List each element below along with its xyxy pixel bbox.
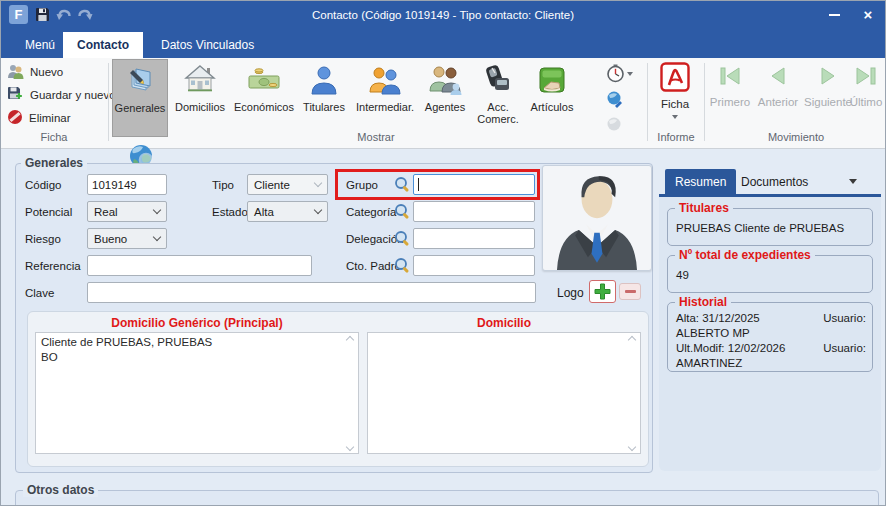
expedientes-title: Nº total de expedientes [675, 248, 815, 262]
new-contact-icon [7, 64, 24, 81]
otros-datos-label: Otros datos [23, 483, 98, 497]
logo-add-button[interactable] [589, 280, 616, 303]
mostrar-intermediarios-button[interactable]: Intermediar. [352, 59, 418, 137]
grupo-label: Grupo [346, 179, 378, 191]
estado-dropdown[interactable]: Alta [247, 201, 328, 222]
usuario-label: Usuario: [823, 311, 866, 326]
mostrar-economicos-button[interactable]: Económicos [232, 59, 296, 137]
domicilio-title: Domicilio [367, 316, 641, 330]
tab-menu[interactable]: Menú [11, 32, 69, 58]
codigo-input[interactable] [87, 174, 167, 195]
last-icon [855, 66, 877, 88]
first-icon [719, 66, 741, 88]
mostrar-articulos-button[interactable]: Artículos [526, 59, 578, 137]
domicilio-textarea[interactable] [367, 332, 641, 454]
tipo-label: Tipo [212, 179, 234, 191]
ultimo-button[interactable]: Último [847, 66, 885, 108]
cto-padre-label: Cto. Padre [346, 260, 401, 272]
mostrar-mini-buttons [606, 61, 640, 136]
minimize-button[interactable] [817, 1, 851, 28]
guardar-y-nuevo-button[interactable]: Guardar y nuevo [7, 85, 116, 105]
grupo-search-icon[interactable] [394, 176, 411, 193]
categoria-search-icon[interactable] [394, 203, 411, 220]
delegacion-search-icon[interactable] [394, 230, 411, 247]
logo-label: Logo [557, 286, 584, 300]
usuario-label: Usuario: [823, 341, 866, 356]
close-button[interactable]: × [851, 1, 885, 28]
ribbon-tab-row: Menú Contacto Datos Vinculados [1, 28, 885, 58]
informe-group-label: Informe [641, 131, 711, 143]
ribbon-separator [108, 63, 109, 141]
modif-user: AMARTINEZ [676, 356, 866, 371]
app-logo-icon: F [9, 5, 28, 24]
clave-input[interactable] [87, 282, 536, 303]
money-icon [247, 62, 281, 98]
right-panel: Resumen Documentos Titulares PRUEBAS Cli… [659, 167, 881, 471]
cto-padre-input[interactable] [413, 255, 535, 276]
expedientes-box: Nº total de expedientes 49 [667, 255, 873, 293]
mostrar-group-label: Mostrar [321, 131, 431, 143]
redo-icon[interactable] [76, 6, 94, 23]
panel-dropdown-arrow[interactable] [849, 179, 857, 184]
delegacion-input[interactable] [413, 228, 535, 249]
tab-underline [659, 194, 881, 197]
cto-padre-search-icon[interactable] [394, 257, 411, 274]
contact-window: F Contacto (Código 1019149 - Tipo contac… [0, 0, 886, 506]
ribbon-separator [647, 63, 648, 141]
chevron-down-icon [314, 179, 322, 187]
mostrar-domicilios-button[interactable]: Domicilios [170, 59, 230, 137]
notebook-icon [124, 63, 156, 99]
chevron-down-icon [153, 233, 161, 241]
anterior-button[interactable]: Anterior [755, 66, 801, 108]
titulares-value: PRUEBAS Cliente de PRUEBAS [676, 221, 866, 236]
domicilio-generico-textarea[interactable]: Cliente de PRUEBAS, PRUEBAS BO [35, 332, 359, 454]
alta-user: ALBERTO MP [676, 326, 866, 341]
save-icon[interactable] [33, 6, 51, 23]
siguiente-button[interactable]: Siguiente [803, 66, 853, 108]
tab-contacto[interactable]: Contacto [63, 32, 143, 58]
web-contact-button[interactable] [606, 86, 640, 111]
contact-logo-image[interactable] [542, 165, 652, 271]
grupo-input[interactable] [413, 174, 535, 195]
titulares-title: Titulares [675, 201, 733, 215]
potencial-dropdown[interactable]: Real [87, 201, 167, 222]
referencia-label: Referencia [25, 260, 81, 272]
potencial-label: Potencial [25, 206, 72, 218]
agents-icon [428, 62, 462, 98]
categoria-label: Categoría [346, 206, 397, 218]
window-title: Contacto (Código 1019149 - Tipo contacto… [1, 9, 885, 21]
riesgo-dropdown[interactable]: Bueno [87, 228, 167, 249]
mostrar-titulares-button[interactable]: Titulares [298, 59, 350, 137]
historial-content: Alta: 31/12/2025Usuario: ALBERTO MP Ult.… [676, 311, 866, 371]
next-icon [818, 66, 838, 88]
tab-documentos[interactable]: Documentos [731, 169, 818, 194]
timer-dropdown-arrow[interactable] [627, 72, 633, 76]
house-icon [184, 62, 216, 98]
globe-disabled-icon [606, 111, 640, 136]
informe-ficha-button[interactable]: Ficha [652, 62, 698, 136]
mostrar-agentes-button[interactable]: Agentes [420, 59, 470, 137]
categoria-input[interactable] [413, 201, 535, 222]
historial-title: Historial [675, 295, 731, 309]
timer-button[interactable] [606, 61, 640, 86]
box-icon [536, 62, 568, 98]
eliminar-button[interactable]: Eliminar [7, 108, 71, 128]
referencia-input[interactable] [87, 255, 312, 276]
expedientes-value: 49 [676, 268, 866, 283]
domicilio-generico-title: Domicilio Genérico (Principal) [35, 316, 359, 330]
primero-button[interactable]: Primero [707, 66, 753, 108]
movimiento-group-label: Movimiento [741, 131, 851, 143]
otros-datos-fieldset [15, 490, 879, 506]
tipo-dropdown[interactable]: Cliente [247, 174, 328, 195]
nuevo-button[interactable]: Nuevo [7, 62, 63, 82]
ficha-group-label: Ficha [19, 131, 89, 143]
tab-resumen[interactable]: Resumen [665, 169, 736, 194]
mostrar-generales-button[interactable]: Generales [112, 59, 168, 137]
mostrar-acc-comerc-button[interactable]: Acc. Comerc. [472, 59, 524, 137]
logo-remove-button[interactable] [619, 283, 641, 300]
delete-icon [7, 109, 23, 127]
informe-dropdown-arrow[interactable] [672, 115, 678, 119]
tab-datos-vinculados[interactable]: Datos Vinculados [147, 32, 268, 58]
undo-icon[interactable] [55, 6, 73, 23]
generales-section-label: Generales [21, 156, 87, 170]
